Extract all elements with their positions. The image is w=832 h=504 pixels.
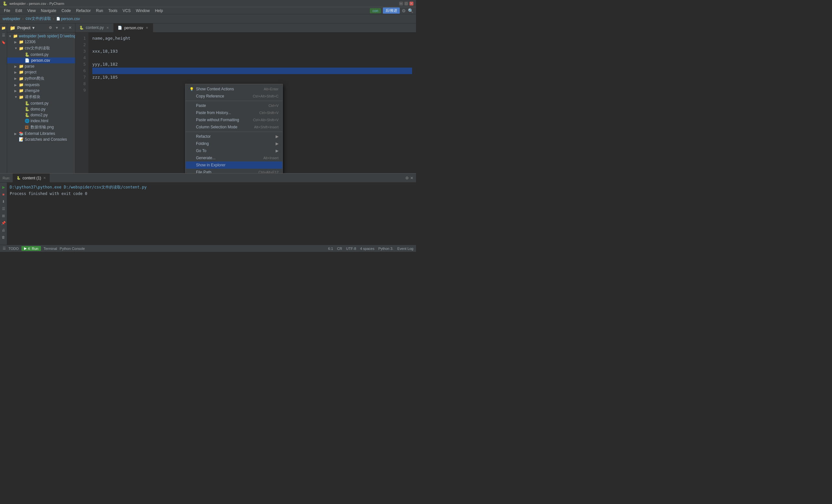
status-menu-icon[interactable]: ☰: [3, 246, 6, 250]
menu-run[interactable]: Run: [93, 8, 106, 14]
tree-item-png[interactable]: 🖼 数据传输.png: [7, 124, 75, 131]
menu-tools[interactable]: Tools: [106, 8, 120, 14]
sidebar-collapse-btn[interactable]: ▾: [54, 25, 59, 30]
status-event-log[interactable]: Event Log: [397, 247, 413, 250]
ctx-column-selection[interactable]: Column Selection Mode Alt+Shift+Insert: [186, 124, 282, 131]
list-view-icon[interactable]: ☰: [0, 205, 7, 212]
tab-person-csv[interactable]: 📄 person.csv ✕: [114, 23, 153, 32]
print-icon[interactable]: 🖨: [0, 227, 7, 233]
sidebar-options-btn[interactable]: ≡: [61, 25, 66, 30]
search-everywhere-icon[interactable]: 🔍: [408, 8, 413, 13]
tree-item-parse[interactable]: ▶ 📁 parse: [7, 63, 75, 69]
tab-person-csv-close[interactable]: ✕: [145, 26, 149, 30]
menu-code[interactable]: Code: [59, 8, 74, 14]
code-line-3: xxx,18,193: [92, 48, 412, 55]
status-terminal[interactable]: Terminal: [44, 247, 57, 250]
bottom-panel: Run: 🐍 content (1) ✕ ⚙ ✕ ▶ ■ ⬇ ☰ ⊞ 📌: [0, 173, 416, 245]
run-play-icon[interactable]: ▶: [0, 184, 7, 190]
sidebar-close-btn[interactable]: ✕: [67, 25, 73, 30]
status-python-version[interactable]: Python 3.: [378, 247, 393, 250]
ctx-paste[interactable]: Paste Ctrl+V: [186, 102, 282, 109]
structure-panel-icon[interactable]: ☰: [0, 32, 7, 38]
tree-item-content-py[interactable]: 🐍 content.py: [7, 52, 75, 57]
ctx-paste-no-format[interactable]: Paste without Formatting Ctrl+Alt+Shift+…: [186, 116, 282, 124]
run-stop-icon[interactable]: ■: [0, 191, 7, 197]
bottom-panel-close-icon[interactable]: ✕: [410, 176, 413, 180]
status-encoding[interactable]: UTF-8: [346, 247, 356, 250]
settings-icon[interactable]: ⚙: [402, 8, 406, 13]
tree-item-scratches[interactable]: 📝 Scratches and Consoles: [7, 136, 75, 142]
tab-person-csv-icon: 📄: [118, 26, 122, 30]
tree-item-domo2-py[interactable]: 🐍 domo2.py: [7, 112, 75, 118]
tree-item-external-libs[interactable]: ▶ 📚 External Libraries: [7, 131, 75, 136]
ctx-column-selection-label: Column Selection Mode: [196, 125, 237, 129]
project-panel-icon[interactable]: 📁: [0, 25, 7, 31]
tree-item-csv[interactable]: ▼ 📁 csv文件的读取: [7, 45, 75, 52]
ctx-goto-label: Go To: [196, 149, 206, 153]
breadcrumb-root[interactable]: webspider: [3, 17, 21, 21]
bookmarks-icon[interactable]: 🔖: [0, 39, 7, 46]
ctx-separator-1: [186, 101, 282, 101]
bottom-tab-close[interactable]: ✕: [43, 176, 46, 180]
ctx-file-path-label: File Path: [196, 170, 211, 173]
ctx-folding[interactable]: Folding ▶: [186, 140, 282, 147]
menu-help[interactable]: Help: [152, 8, 166, 14]
ctx-goto[interactable]: Go To ▶: [186, 147, 282, 154]
pin-icon[interactable]: 📌: [0, 220, 7, 226]
bottom-panel-settings-icon[interactable]: ⚙: [405, 176, 409, 180]
menu-vcs[interactable]: VCS: [120, 8, 133, 14]
tree-item-root[interactable]: ▼ 📁 webspider [web spider] D:\webspider: [7, 33, 75, 39]
tree-item-project[interactable]: ▶ 📁 project: [7, 69, 75, 75]
tree-item-python-spider[interactable]: ▶ 📁 python爬虫: [7, 75, 75, 82]
tree-item-12306[interactable]: ▶ 📁 12306: [7, 39, 75, 45]
status-indent[interactable]: 4 spaces: [360, 247, 374, 250]
tree-item-requests[interactable]: ▶ 📁 requests: [7, 82, 75, 88]
menu-navigate[interactable]: Navigate: [38, 8, 59, 14]
menu-edit[interactable]: Edit: [13, 8, 25, 14]
ctx-show-explorer[interactable]: Show in Explorer: [186, 161, 282, 169]
project-folder-icon: 📁: [10, 25, 15, 30]
menu-refactor[interactable]: Refactor: [74, 8, 93, 14]
ctx-paste-history[interactable]: Paste from History... Ctrl+Shift+V: [186, 109, 282, 116]
tab-content-py-close[interactable]: ✕: [106, 26, 109, 30]
menu-window[interactable]: Window: [133, 8, 152, 14]
status-position: 6:1: [328, 247, 333, 250]
ctx-file-path[interactable]: File Path Ctrl+Alt+F12: [186, 169, 282, 173]
maximize-button[interactable]: □: [404, 2, 408, 5]
bottom-tab-content[interactable]: 🐍 content (1) ✕: [13, 174, 49, 183]
status-todo[interactable]: TODO: [8, 247, 19, 250]
tab-bar: 🐍 content.py ✕ 📄 person.csv ✕: [75, 23, 416, 32]
ctx-show-context-label: Show Context Actions: [196, 87, 234, 91]
tab-content-py[interactable]: 🐍 content.py ✕: [75, 23, 114, 32]
status-run-btn[interactable]: ▶ 4: Run: [22, 246, 41, 251]
ctx-show-context-shortcut: Alt+Enter: [264, 87, 279, 91]
breadcrumb-folder[interactable]: csv文件的读取: [26, 16, 51, 22]
editor-content: 1 2 3 4 5 6 7 8 9 name,age,height xxx,18…: [75, 32, 416, 173]
user-account[interactable]: con: [370, 8, 381, 13]
ctx-copy-reference[interactable]: Copy Reference Ctrl+Alt+Shift+C: [186, 92, 282, 100]
menu-view[interactable]: View: [25, 8, 38, 14]
status-crlf[interactable]: CR: [337, 247, 342, 250]
scroll-end-icon[interactable]: ⬇: [0, 198, 7, 205]
tree-item-index-html[interactable]: 🌐 index.html: [7, 118, 75, 124]
editor-wrapper: 🐍 content.py ✕ 📄 person.csv ✕ 1 2 3 4 5: [75, 23, 416, 173]
run-path: D:\python37\python.exe D:/webspider/csv文…: [10, 185, 413, 190]
clear-icon[interactable]: 🗑: [0, 234, 7, 240]
tree-item-content-py2[interactable]: 🐍 content.py: [7, 100, 75, 106]
upgrade-btn[interactable]: 后/推进: [383, 7, 400, 14]
minimize-button[interactable]: ─: [399, 2, 403, 5]
ctx-refactor[interactable]: Refactor ▶: [186, 133, 282, 140]
sidebar-settings-btn[interactable]: ⚙: [48, 25, 53, 30]
ctx-generate[interactable]: Generate... Alt+Insert: [186, 154, 282, 161]
status-python-console[interactable]: Python Console: [60, 247, 85, 250]
tree-item-request-module[interactable]: ▼ 📁 请求模块: [7, 94, 75, 100]
tree-item-person-csv[interactable]: 📄 person.csv: [7, 57, 75, 63]
menu-file[interactable]: File: [1, 8, 13, 14]
tree-view-icon[interactable]: ⊞: [0, 213, 7, 219]
code-line-1: name,age,height: [92, 35, 412, 42]
breadcrumb-file[interactable]: person.csv: [61, 17, 80, 21]
tree-item-domo-py[interactable]: 🐍 domo.py: [7, 106, 75, 112]
ctx-show-context-actions[interactable]: 💡 Show Context Actions Alt+Enter: [186, 85, 282, 92]
tree-item-zhengze[interactable]: ▶ 📁 zhengze: [7, 88, 75, 94]
close-button[interactable]: ✕: [410, 2, 413, 5]
